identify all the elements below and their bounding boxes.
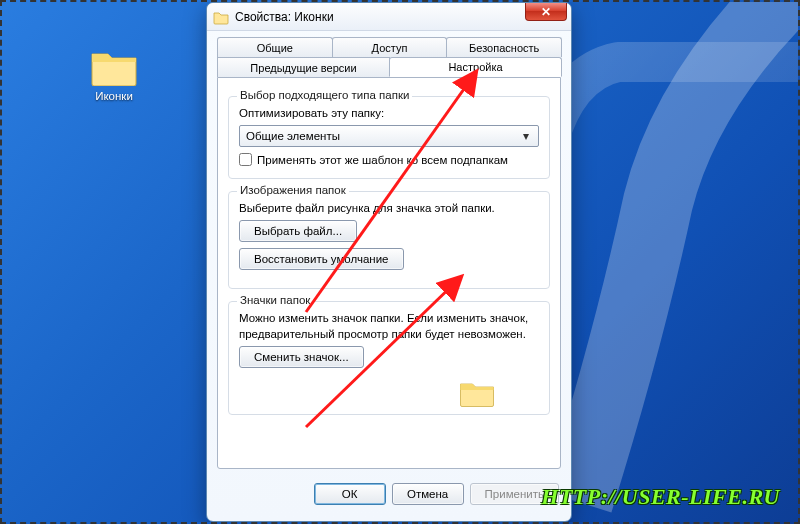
properties-window: Свойства: Иконки ✕ Общие Доступ Безопасн… <box>206 2 572 522</box>
close-icon: ✕ <box>541 5 551 19</box>
tab-general[interactable]: Общие <box>217 37 333 57</box>
group-title: Значки папок <box>237 294 313 306</box>
restore-default-button[interactable]: Восстановить умолчание <box>239 248 404 270</box>
optimize-combobox[interactable]: Общие элементы ▾ <box>239 125 539 147</box>
group-folder-type: Выбор подходящего типа папки Оптимизиров… <box>228 96 550 179</box>
tab-content-customize: Выбор подходящего типа папки Оптимизиров… <box>217 77 561 469</box>
choose-file-button[interactable]: Выбрать файл... <box>239 220 357 242</box>
apply-subfolders-label: Применять этот же шаблон ко всем подпапк… <box>257 154 508 166</box>
tab-customize[interactable]: Настройка <box>389 57 562 77</box>
folder-icons-desc1: Можно изменить значок папки. Если измени… <box>239 312 539 324</box>
cancel-button[interactable]: Отмена <box>392 483 464 505</box>
group-folder-images: Изображения папок Выберите файл рисунка … <box>228 191 550 289</box>
desktop-icon-label: Иконки <box>74 90 154 102</box>
group-folder-icons: Значки папок Можно изменить значок папки… <box>228 301 550 415</box>
folder-icon <box>213 9 229 25</box>
watermark: HTTP://USER-LIFE.RU <box>541 484 780 510</box>
group-title: Выбор подходящего типа папки <box>237 89 412 101</box>
window-title: Свойства: Иконки <box>235 10 334 24</box>
optimize-label: Оптимизировать эту папку: <box>239 107 539 119</box>
dialog-button-bar: ОК Отмена Применить <box>207 475 571 521</box>
folder-images-desc: Выберите файл рисунка для значка этой па… <box>239 202 539 214</box>
tab-previous-versions[interactable]: Предыдущие версии <box>217 57 390 77</box>
ok-button[interactable]: ОК <box>314 483 386 505</box>
change-icon-button[interactable]: Сменить значок... <box>239 346 364 368</box>
apply-subfolders-checkbox[interactable] <box>239 153 252 166</box>
close-button[interactable]: ✕ <box>525 3 567 21</box>
desktop-folder-icon[interactable]: Иконки <box>74 46 154 102</box>
folder-icon <box>90 46 138 86</box>
folder-icons-desc2: предварительный просмотр папки будет нев… <box>239 328 539 340</box>
tab-sharing[interactable]: Доступ <box>332 37 448 57</box>
titlebar[interactable]: Свойства: Иконки ✕ <box>207 3 571 31</box>
tab-security[interactable]: Безопасность <box>446 37 562 57</box>
chevron-down-icon: ▾ <box>518 129 534 143</box>
combobox-value: Общие элементы <box>246 130 340 142</box>
apply-subfolders-row[interactable]: Применять этот же шаблон ко всем подпапк… <box>239 153 539 166</box>
group-title: Изображения папок <box>237 184 349 196</box>
folder-preview-icon <box>459 378 495 408</box>
